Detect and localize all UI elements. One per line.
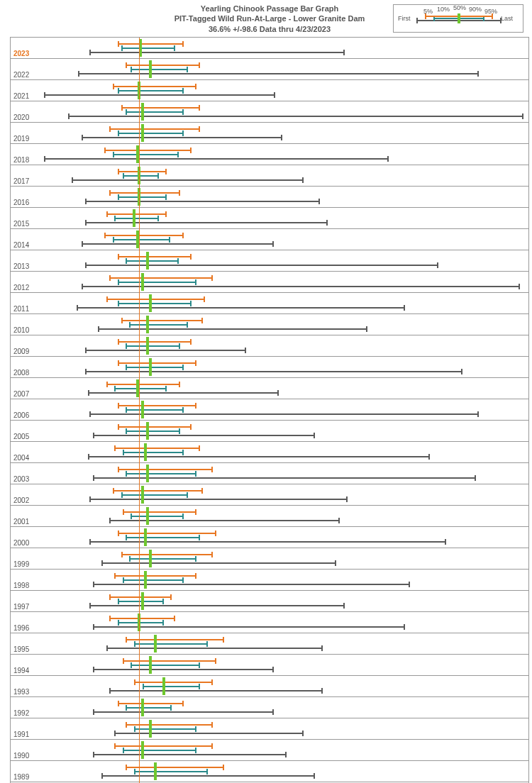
year-label: 2018 xyxy=(13,156,29,164)
median-marker xyxy=(141,699,144,716)
median-marker xyxy=(141,103,144,121)
range-10-90 xyxy=(118,622,164,623)
year-row: 2014 xyxy=(11,229,528,250)
year-row: 1994 xyxy=(11,655,528,676)
range-first-last xyxy=(93,477,476,479)
median-marker xyxy=(149,720,152,738)
row-plot xyxy=(40,655,528,675)
median-marker xyxy=(141,741,144,759)
year-row: 2018 xyxy=(11,144,528,165)
median-marker xyxy=(149,656,152,674)
range-5-95 xyxy=(121,107,200,109)
year-label: 2020 xyxy=(13,113,29,121)
range-5-95 xyxy=(118,341,192,343)
range-10-90 xyxy=(118,133,184,134)
range-first-last xyxy=(93,711,274,713)
range-first-last xyxy=(82,243,274,245)
range-5-95 xyxy=(123,511,196,513)
row-plot xyxy=(40,165,528,186)
row-plot xyxy=(40,101,528,122)
row-plot xyxy=(40,123,528,143)
chart-area: 2023202220212020201920182017201620152014… xyxy=(10,37,529,783)
year-label: 2009 xyxy=(13,348,29,355)
range-5-95 xyxy=(123,660,216,662)
year-label: 1999 xyxy=(13,560,29,568)
year-row: 2022 xyxy=(11,59,528,80)
year-label: 2004 xyxy=(13,454,29,462)
range-first-last xyxy=(89,413,479,415)
range-first-last xyxy=(82,286,521,287)
range-first-last xyxy=(93,754,287,755)
range-5-95 xyxy=(113,86,196,87)
row-plot xyxy=(40,293,528,313)
year-label: 1991 xyxy=(13,731,29,738)
row-plot xyxy=(40,399,528,420)
median-marker xyxy=(141,401,144,418)
range-10-90 xyxy=(118,282,196,283)
range-10-90 xyxy=(126,473,196,474)
row-plot xyxy=(40,740,528,760)
range-10-90 xyxy=(123,175,159,177)
range-5-95 xyxy=(118,256,192,257)
year-label: 2005 xyxy=(13,433,29,440)
range-10-90 xyxy=(113,239,170,240)
range-10-90 xyxy=(121,494,189,496)
row-plot xyxy=(40,59,528,79)
range-5-95 xyxy=(118,533,216,534)
median-marker xyxy=(141,273,144,291)
year-row: 1999 xyxy=(11,548,528,570)
range-first-last xyxy=(68,116,523,117)
row-plot xyxy=(40,591,528,611)
range-5-95 xyxy=(106,213,167,215)
legend-90pct: 90% xyxy=(469,6,482,13)
year-label: 1992 xyxy=(13,709,29,717)
legend-box: First 5% 10% 50% 90% 95% Last xyxy=(393,4,523,33)
year-label: 1993 xyxy=(13,688,29,696)
range-5-95 xyxy=(134,682,213,683)
year-row: 2016 xyxy=(11,187,528,208)
row-plot xyxy=(40,527,528,548)
row-plot xyxy=(40,442,528,462)
range-first-last xyxy=(85,201,320,202)
year-label: 2019 xyxy=(13,135,29,143)
year-row: 2006 xyxy=(11,399,528,421)
row-plot xyxy=(40,335,528,356)
range-10-90 xyxy=(131,665,199,666)
range-10-90 xyxy=(114,218,159,219)
range-first-last xyxy=(85,222,328,223)
range-5-95 xyxy=(118,43,184,45)
median-marker xyxy=(144,443,147,461)
range-5-95 xyxy=(126,639,224,640)
range-10-90 xyxy=(134,643,208,645)
range-first-last xyxy=(88,392,279,394)
range-5-95 xyxy=(118,405,196,406)
row-plot xyxy=(40,208,528,228)
year-row: 2011 xyxy=(11,293,528,314)
median-marker xyxy=(144,528,147,546)
range-5-95 xyxy=(121,320,204,321)
range-10-90 xyxy=(126,707,172,709)
range-first-last xyxy=(82,137,282,138)
year-row: 1993 xyxy=(11,676,528,697)
range-5-95 xyxy=(109,128,199,130)
range-first-last xyxy=(89,605,344,606)
year-row: 2004 xyxy=(11,442,528,463)
row-plot xyxy=(40,421,528,441)
year-row: 1997 xyxy=(11,591,528,612)
year-label: 1989 xyxy=(13,773,29,781)
year-label: 1994 xyxy=(13,667,29,674)
range-first-last xyxy=(44,158,389,160)
range-10-90 xyxy=(114,388,167,389)
range-10-90 xyxy=(126,111,183,113)
year-label: 2013 xyxy=(13,262,29,270)
median-marker xyxy=(141,592,144,610)
range-5-95 xyxy=(118,469,213,470)
row-plot xyxy=(40,506,528,526)
year-label: 2023 xyxy=(13,50,29,57)
range-first-last xyxy=(114,733,303,734)
range-10-90 xyxy=(134,728,196,730)
year-label: 2007 xyxy=(13,390,29,398)
year-row: 1992 xyxy=(11,697,528,718)
median-marker xyxy=(146,422,149,440)
year-label: 2006 xyxy=(13,411,29,419)
